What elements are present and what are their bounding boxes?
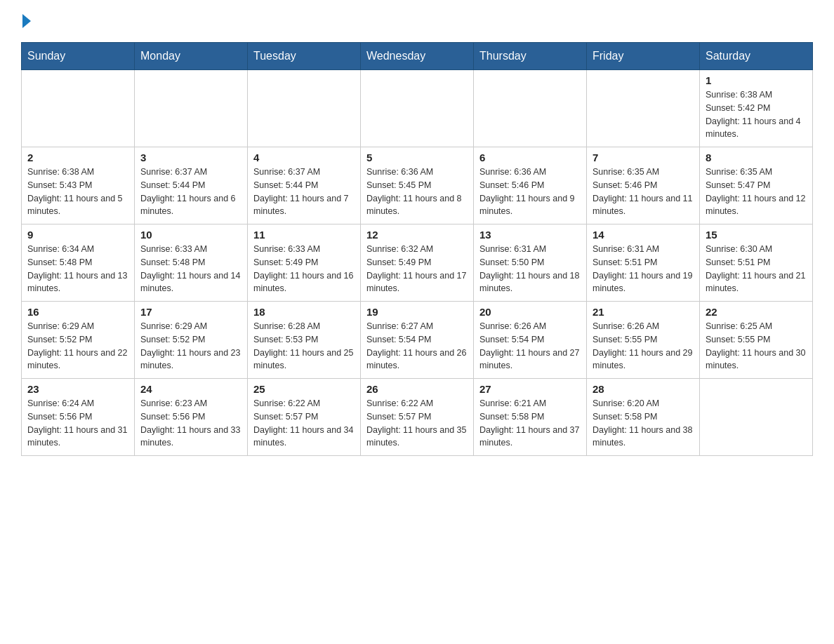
day-number: 9: [27, 229, 128, 241]
day-number: 14: [593, 229, 694, 241]
day-number: 8: [706, 152, 807, 163]
calendar-day-cell: [248, 70, 361, 147]
calendar-day-cell: 16Sunrise: 6:29 AM Sunset: 5:52 PM Dayli…: [22, 302, 135, 379]
day-number: 12: [366, 229, 468, 241]
day-number: 20: [479, 306, 581, 318]
day-number: 13: [479, 229, 581, 241]
calendar-day-cell: [700, 379, 813, 456]
day-info: Sunrise: 6:37 AM Sunset: 5:44 PM Dayligh…: [253, 166, 355, 218]
day-info: Sunrise: 6:32 AM Sunset: 5:49 PM Dayligh…: [366, 243, 468, 295]
calendar-day-cell: 12Sunrise: 6:32 AM Sunset: 5:49 PM Dayli…: [361, 224, 474, 302]
day-header-wednesday: Wednesday: [361, 43, 474, 70]
day-header-sunday: Sunday: [22, 43, 135, 70]
day-info: Sunrise: 6:31 AM Sunset: 5:51 PM Dayligh…: [593, 243, 694, 295]
calendar-day-cell: [22, 70, 135, 147]
day-info: Sunrise: 6:24 AM Sunset: 5:56 PM Dayligh…: [27, 397, 128, 450]
day-info: Sunrise: 6:22 AM Sunset: 5:57 PM Dayligh…: [253, 397, 355, 450]
day-info: Sunrise: 6:23 AM Sunset: 5:56 PM Dayligh…: [140, 397, 241, 450]
day-info: Sunrise: 6:26 AM Sunset: 5:54 PM Dayligh…: [479, 320, 581, 373]
calendar-day-cell: 3Sunrise: 6:37 AM Sunset: 5:44 PM Daylig…: [135, 147, 248, 224]
calendar-day-cell: 21Sunrise: 6:26 AM Sunset: 5:55 PM Dayli…: [587, 302, 700, 379]
calendar-day-cell: 25Sunrise: 6:22 AM Sunset: 5:57 PM Dayli…: [248, 379, 361, 456]
day-number: 11: [253, 229, 355, 241]
calendar-day-cell: [587, 70, 700, 147]
day-number: 19: [366, 306, 468, 318]
calendar-day-cell: 10Sunrise: 6:33 AM Sunset: 5:48 PM Dayli…: [135, 224, 248, 302]
day-info: Sunrise: 6:35 AM Sunset: 5:46 PM Dayligh…: [593, 166, 694, 218]
calendar-day-cell: 23Sunrise: 6:24 AM Sunset: 5:56 PM Dayli…: [22, 379, 135, 456]
calendar-day-cell: 8Sunrise: 6:35 AM Sunset: 5:47 PM Daylig…: [700, 147, 813, 224]
calendar-day-cell: 14Sunrise: 6:31 AM Sunset: 5:51 PM Dayli…: [587, 224, 700, 302]
day-info: Sunrise: 6:21 AM Sunset: 5:58 PM Dayligh…: [479, 397, 581, 450]
calendar-header-row: SundayMondayTuesdayWednesdayThursdayFrid…: [22, 43, 813, 70]
day-number: 23: [27, 383, 128, 395]
day-number: 22: [706, 306, 807, 318]
day-info: Sunrise: 6:38 AM Sunset: 5:42 PM Dayligh…: [706, 88, 807, 141]
calendar-week-row: 9Sunrise: 6:34 AM Sunset: 5:48 PM Daylig…: [22, 224, 813, 302]
day-info: Sunrise: 6:36 AM Sunset: 5:45 PM Dayligh…: [366, 166, 468, 218]
day-header-thursday: Thursday: [474, 43, 587, 70]
calendar-day-cell: 22Sunrise: 6:25 AM Sunset: 5:55 PM Dayli…: [700, 302, 813, 379]
calendar-week-row: 16Sunrise: 6:29 AM Sunset: 5:52 PM Dayli…: [22, 302, 813, 379]
day-info: Sunrise: 6:33 AM Sunset: 5:49 PM Dayligh…: [253, 243, 355, 295]
day-info: Sunrise: 6:34 AM Sunset: 5:48 PM Dayligh…: [27, 243, 128, 295]
logo-arrow-icon: [22, 14, 31, 28]
calendar-day-cell: 1Sunrise: 6:38 AM Sunset: 5:42 PM Daylig…: [700, 70, 813, 147]
day-info: Sunrise: 6:22 AM Sunset: 5:57 PM Dayligh…: [366, 397, 468, 450]
day-info: Sunrise: 6:37 AM Sunset: 5:44 PM Dayligh…: [140, 166, 241, 218]
day-number: 24: [140, 383, 241, 395]
calendar-day-cell: 6Sunrise: 6:36 AM Sunset: 5:46 PM Daylig…: [474, 147, 587, 224]
day-number: 3: [140, 152, 241, 163]
calendar-day-cell: 26Sunrise: 6:22 AM Sunset: 5:57 PM Dayli…: [361, 379, 474, 456]
calendar-day-cell: 5Sunrise: 6:36 AM Sunset: 5:45 PM Daylig…: [361, 147, 474, 224]
calendar-day-cell: 27Sunrise: 6:21 AM Sunset: 5:58 PM Dayli…: [474, 379, 587, 456]
day-info: Sunrise: 6:25 AM Sunset: 5:55 PM Dayligh…: [706, 320, 807, 373]
day-header-tuesday: Tuesday: [248, 43, 361, 70]
day-info: Sunrise: 6:27 AM Sunset: 5:54 PM Dayligh…: [366, 320, 468, 373]
calendar-day-cell: 19Sunrise: 6:27 AM Sunset: 5:54 PM Dayli…: [361, 302, 474, 379]
calendar-day-cell: 28Sunrise: 6:20 AM Sunset: 5:58 PM Dayli…: [587, 379, 700, 456]
day-info: Sunrise: 6:26 AM Sunset: 5:55 PM Dayligh…: [593, 320, 694, 373]
day-info: Sunrise: 6:28 AM Sunset: 5:53 PM Dayligh…: [253, 320, 355, 373]
day-number: 25: [253, 383, 355, 395]
calendar-day-cell: [361, 70, 474, 147]
calendar-week-row: 23Sunrise: 6:24 AM Sunset: 5:56 PM Dayli…: [22, 379, 813, 456]
calendar-day-cell: 17Sunrise: 6:29 AM Sunset: 5:52 PM Dayli…: [135, 302, 248, 379]
day-number: 5: [366, 152, 468, 163]
day-info: Sunrise: 6:31 AM Sunset: 5:50 PM Dayligh…: [479, 243, 581, 295]
day-info: Sunrise: 6:36 AM Sunset: 5:46 PM Dayligh…: [479, 166, 581, 218]
day-number: 2: [27, 152, 128, 163]
day-info: Sunrise: 6:38 AM Sunset: 5:43 PM Dayligh…: [27, 166, 128, 218]
day-info: Sunrise: 6:33 AM Sunset: 5:48 PM Dayligh…: [140, 243, 241, 295]
day-number: 1: [706, 74, 807, 86]
day-number: 16: [27, 306, 128, 318]
calendar-table: SundayMondayTuesdayWednesdayThursdayFrid…: [21, 42, 813, 456]
day-number: 28: [593, 383, 694, 395]
calendar-day-cell: 9Sunrise: 6:34 AM Sunset: 5:48 PM Daylig…: [22, 224, 135, 302]
day-header-monday: Monday: [135, 43, 248, 70]
calendar-day-cell: 11Sunrise: 6:33 AM Sunset: 5:49 PM Dayli…: [248, 224, 361, 302]
day-header-friday: Friday: [587, 43, 700, 70]
day-number: 7: [593, 152, 694, 163]
day-number: 18: [253, 306, 355, 318]
calendar-day-cell: 20Sunrise: 6:26 AM Sunset: 5:54 PM Dayli…: [474, 302, 587, 379]
day-number: 10: [140, 229, 241, 241]
day-number: 17: [140, 306, 241, 318]
day-number: 4: [253, 152, 355, 163]
day-info: Sunrise: 6:35 AM Sunset: 5:47 PM Dayligh…: [706, 166, 807, 218]
day-number: 26: [366, 383, 468, 395]
page-header: [21, 14, 813, 28]
calendar-day-cell: 4Sunrise: 6:37 AM Sunset: 5:44 PM Daylig…: [248, 147, 361, 224]
day-number: 15: [706, 229, 807, 241]
calendar-week-row: 1Sunrise: 6:38 AM Sunset: 5:42 PM Daylig…: [22, 70, 813, 147]
calendar-day-cell: 13Sunrise: 6:31 AM Sunset: 5:50 PM Dayli…: [474, 224, 587, 302]
day-number: 21: [593, 306, 694, 318]
calendar-day-cell: [474, 70, 587, 147]
day-info: Sunrise: 6:30 AM Sunset: 5:51 PM Dayligh…: [706, 243, 807, 295]
calendar-day-cell: 18Sunrise: 6:28 AM Sunset: 5:53 PM Dayli…: [248, 302, 361, 379]
calendar-day-cell: 7Sunrise: 6:35 AM Sunset: 5:46 PM Daylig…: [587, 147, 700, 224]
calendar-day-cell: 2Sunrise: 6:38 AM Sunset: 5:43 PM Daylig…: [22, 147, 135, 224]
day-info: Sunrise: 6:29 AM Sunset: 5:52 PM Dayligh…: [140, 320, 241, 373]
day-number: 6: [479, 152, 581, 163]
logo: [21, 14, 32, 28]
